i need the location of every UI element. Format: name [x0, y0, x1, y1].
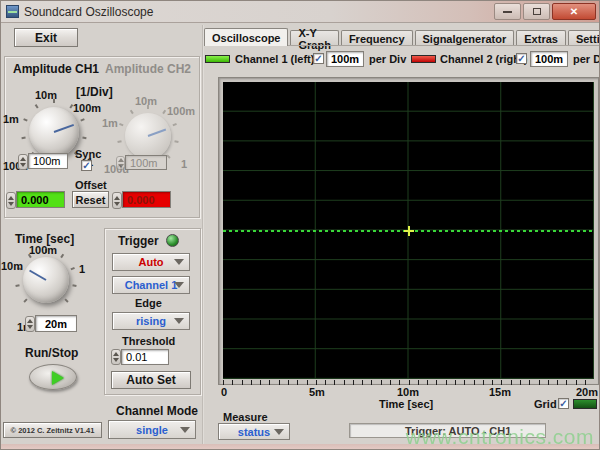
- x-tick-0: 0: [221, 386, 227, 398]
- app-icon: [6, 5, 19, 18]
- offset-ch1-value[interactable]: 0.000: [16, 191, 65, 208]
- measure-dropdown[interactable]: status: [218, 423, 290, 440]
- amplitude-ch1-title: Amplitude CH1: [13, 62, 99, 76]
- knob-needle: [148, 128, 167, 136]
- ch2-scale-1m: 1m: [102, 117, 118, 129]
- tab-frequency[interactable]: Frequency: [341, 30, 413, 46]
- amplitude-ch2-spinner[interactable]: [116, 156, 125, 170]
- window-title: Soundcard Oszilloscope: [24, 5, 153, 19]
- chevron-down-icon: [174, 259, 184, 265]
- auto-set-button[interactable]: Auto Set: [111, 371, 191, 389]
- channel1-label: Channel 1 (left): [235, 53, 314, 65]
- channel2-per-div-label: per Div: [573, 53, 600, 65]
- exit-button[interactable]: Exit: [14, 28, 78, 47]
- amplitude-ch2-title: Amplitude CH2: [105, 62, 191, 76]
- time-scale-1: 1: [79, 263, 85, 275]
- trigger-led: [166, 234, 179, 247]
- chevron-down-icon: [174, 282, 184, 288]
- ch2-scale-10m: 10m: [135, 95, 157, 107]
- trigger-title: Trigger: [118, 234, 159, 248]
- x-tick-15m: 15m: [489, 386, 511, 398]
- tab-signalgenerator[interactable]: Signalgenerator: [415, 30, 515, 46]
- ch2-scale-1: 1: [181, 158, 187, 170]
- channel1-checkbox[interactable]: ✓: [313, 53, 324, 64]
- threshold-spinner[interactable]: [111, 349, 121, 365]
- play-icon: [52, 371, 64, 385]
- ch2-scale-100m: 100m: [167, 105, 195, 117]
- cursor-crosshair-icon[interactable]: [404, 226, 414, 236]
- trigger-source-dropdown[interactable]: Channel 1: [112, 276, 190, 294]
- maximize-button[interactable]: [523, 3, 550, 20]
- channel2-label: Channel 2 (right): [440, 53, 527, 65]
- amplitude-unit-label: [1/Div]: [76, 85, 113, 99]
- window-controls: ✕: [494, 3, 596, 20]
- ch1-scale-1m: 1m: [3, 113, 19, 125]
- grid-checkbox[interactable]: ✓: [558, 398, 569, 409]
- tab-bar: Oscilloscope X-Y Graph Frequency Signalg…: [204, 28, 600, 46]
- amplitude-ch2-knob[interactable]: [125, 113, 171, 159]
- tab-xy-graph[interactable]: X-Y Graph: [290, 30, 338, 46]
- edge-label: Edge: [135, 297, 162, 309]
- x-axis-ticks: [223, 380, 594, 385]
- tab-extras[interactable]: Extras: [516, 30, 566, 46]
- time-spinner[interactable]: [25, 316, 35, 332]
- sync-checkbox[interactable]: ✓: [81, 160, 92, 171]
- grid-color-swatch[interactable]: [573, 399, 597, 409]
- offset-label: Offset: [75, 179, 107, 191]
- channel2-color-swatch: [411, 55, 436, 63]
- trigger-edge-dropdown[interactable]: rising: [112, 312, 190, 330]
- maximize-icon: [533, 8, 541, 15]
- x-tick-5m: 5m: [309, 386, 325, 398]
- trigger-mode-dropdown[interactable]: Auto: [112, 253, 190, 271]
- channel-mode-label: Channel Mode: [116, 404, 198, 418]
- threshold-label: Threshold: [122, 335, 175, 347]
- amplitude-ch1-value[interactable]: 100m: [28, 153, 68, 169]
- chevron-down-icon: [180, 427, 190, 433]
- ch1-scale-10m: 10m: [35, 89, 57, 101]
- amplitude-ch1-knob[interactable]: [29, 107, 79, 157]
- ch1-scale-100m: 100m: [73, 102, 101, 114]
- knob-needle: [54, 124, 74, 133]
- run-stop-button[interactable]: [29, 364, 77, 390]
- watermark: www.cntronics.com: [406, 425, 594, 449]
- channel2-scale-field[interactable]: 100m: [530, 51, 568, 67]
- x-tick-20m: 20m: [576, 386, 598, 398]
- tab-oscilloscope[interactable]: Oscilloscope: [204, 28, 288, 46]
- channel2-checkbox[interactable]: ✓: [516, 53, 527, 64]
- time-knob[interactable]: [23, 257, 69, 303]
- threshold-value[interactable]: 0.01: [121, 349, 169, 365]
- channel1-per-div-label: per Div: [369, 53, 406, 65]
- channel1-color-swatch: [205, 55, 230, 63]
- offset-ch1-spinner[interactable]: [6, 192, 16, 209]
- amplitude-ch2-value[interactable]: 100m: [125, 155, 167, 170]
- panel-separator: [202, 25, 204, 444]
- chevron-down-icon: [174, 318, 184, 324]
- x-axis-title: Time [sec]: [379, 398, 433, 410]
- close-button[interactable]: ✕: [552, 3, 596, 20]
- minimize-icon: [503, 11, 512, 13]
- time-scale-10m: 10m: [1, 260, 23, 272]
- time-scale-100m: 100m: [29, 244, 57, 256]
- scope-display[interactable]: [223, 82, 594, 379]
- channel-mode-dropdown[interactable]: single: [108, 420, 196, 439]
- sync-label: Sync: [75, 148, 101, 160]
- run-stop-label: Run/Stop: [25, 346, 78, 360]
- offset-reset-button[interactable]: Reset: [72, 191, 109, 208]
- tab-settings[interactable]: Settings: [568, 30, 600, 46]
- minimize-button[interactable]: [494, 3, 521, 20]
- knob-needle: [29, 269, 47, 280]
- copyright-bar: © 2012 C. Zeitnitz V1.41: [3, 422, 102, 438]
- app-window: Soundcard Oszilloscope ✕ Exit Amplitude …: [0, 0, 600, 450]
- offset-ch2-value[interactable]: 0.000: [122, 191, 171, 208]
- x-tick-10m: 10m: [397, 386, 419, 398]
- close-icon: ✕: [570, 6, 578, 17]
- time-value[interactable]: 20m: [35, 315, 77, 332]
- offset-ch2-spinner[interactable]: [112, 192, 122, 209]
- measure-label: Measure: [223, 411, 268, 423]
- channel1-scale-field[interactable]: 100m: [326, 51, 364, 67]
- chevron-down-icon: [274, 429, 284, 435]
- amplitude-ch1-spinner[interactable]: [18, 154, 28, 170]
- grid-label: Grid: [534, 398, 557, 410]
